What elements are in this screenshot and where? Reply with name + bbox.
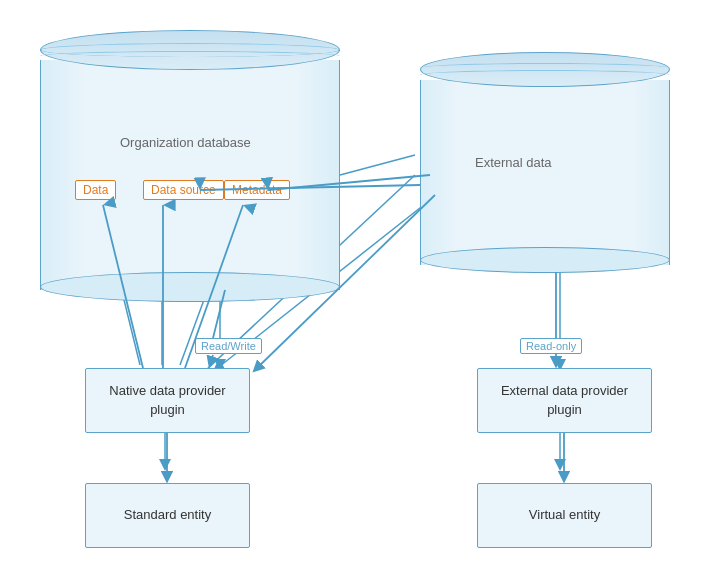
- datasource-tag: Data source: [143, 180, 224, 200]
- org-db-label: Organization database: [120, 135, 251, 150]
- standard-entity-label: Standard entity: [124, 506, 211, 524]
- external-provider-label: External data provider plugin: [501, 382, 628, 418]
- native-provider-box: Native data provider plugin: [85, 368, 250, 433]
- data-tag: Data: [75, 180, 116, 200]
- read-only-label: Read-only: [520, 338, 582, 354]
- org-db-bottom: [40, 272, 340, 302]
- metadata-tag: Metadata: [224, 180, 290, 200]
- diagram-container: Organization database External data Data…: [0, 0, 707, 573]
- svg-line-27: [210, 355, 213, 365]
- external-provider-box: External data provider plugin: [477, 368, 652, 433]
- ext-db-label: External data: [475, 155, 552, 170]
- native-provider-label: Native data provider plugin: [109, 382, 225, 418]
- ext-db-bottom: [420, 247, 670, 273]
- org-db-cylinder-body: [40, 60, 340, 290]
- standard-entity-box: Standard entity: [85, 483, 250, 548]
- read-write-label: Read/Write: [195, 338, 262, 354]
- virtual-entity-box: Virtual entity: [477, 483, 652, 548]
- virtual-entity-label: Virtual entity: [529, 506, 600, 524]
- ext-db-cylinder-body: [420, 80, 670, 265]
